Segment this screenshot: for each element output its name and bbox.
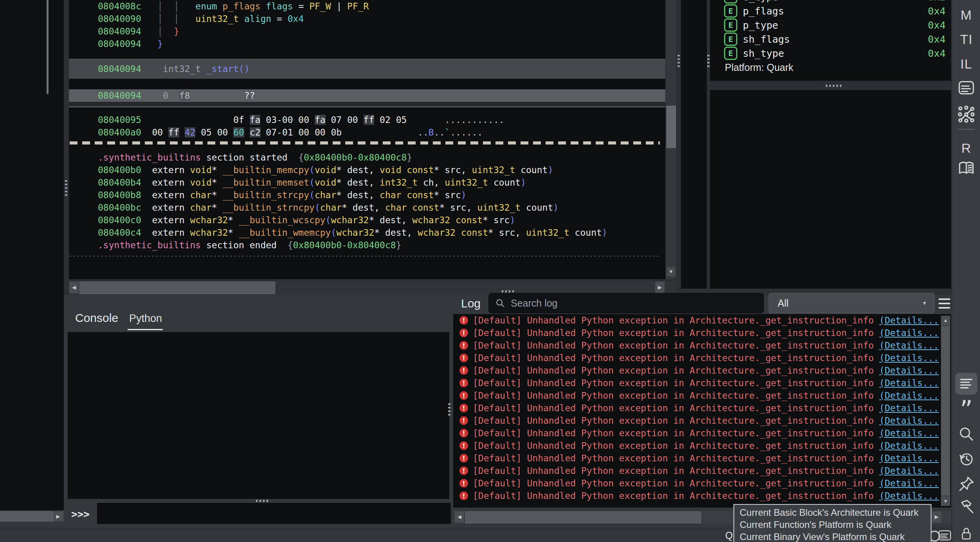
log-details-link[interactable]: (Details... [879,390,939,401]
log-filter-dropdown[interactable]: All ▼ [769,293,935,313]
disassembly-line[interactable]: .synthetic_builtins section started {0x8… [98,151,665,164]
splitter-mid-right[interactable] [707,0,710,295]
log-details-link[interactable]: (Details... [879,328,939,338]
tab-console[interactable]: Console [75,311,118,325]
console-splitter-handle-icon[interactable] [256,500,270,502]
disassembly-gap[interactable] [98,147,665,151]
linear-disassembly-view[interactable]: 0804008c │ │ enum p_flags flags = PF_W |… [69,0,665,279]
disassembly-selshadow[interactable] [69,102,665,114]
log-details-link[interactable]: (Details... [879,441,939,451]
disassembly-line[interactable]: 080400c4 extern wchar32* __builtin_wmemc… [98,226,665,239]
bottom-tab-build[interactable] [952,498,980,517]
log-menu-button[interactable] [939,298,950,309]
disassembly-dashed[interactable] [69,139,665,147]
enum-badge-icon: E [724,0,737,4]
disassembly-line[interactable]: 080400a0 00 ff 42 05 00 60 c2 07-01 00 0… [98,126,665,139]
console-output[interactable] [68,332,449,499]
log-details-link[interactable]: (Details... [879,365,939,376]
type-list-item[interactable]: Ee_type0x2 [710,0,951,4]
sidebar-tab-stack[interactable] [952,78,980,97]
disassembly-line[interactable]: 08040094 } [98,38,665,50]
status-drive-button[interactable] [938,529,952,542]
sidebar-tab-mini-graph[interactable] [952,104,980,125]
linear-view-hscroll-right-arrow-icon[interactable]: ▶ [655,282,665,293]
log-vscrollbar[interactable]: ▲ ▼ [941,316,950,506]
disassembly-line[interactable]: 0804008c │ │ enum p_flags flags = PF_W |… [98,0,665,13]
bottom-tab-tags[interactable] [952,475,980,493]
splitter-left[interactable] [64,0,69,295]
log-entry-list[interactable]: ![Default] Unhandled Python exception in… [453,314,951,508]
top-bottom-splitter-handle-icon[interactable] [502,290,516,293]
log-details-link[interactable]: (Details... [879,403,939,413]
type-list-item[interactable]: Esh_flags0x4 [710,32,951,46]
linear-view-hscroll-left-arrow-icon[interactable]: ◀ [69,282,79,293]
left-pane-hscrollbar[interactable]: ▶ [0,510,64,522]
log-vscroll-thumb[interactable] [941,326,950,495]
log-search-input[interactable] [510,297,746,309]
log-details-link[interactable]: (Details... [879,478,939,488]
disassembly-line[interactable]: 08040090 │ │ uint32_t align = 0x4 [98,13,665,25]
disassembly-line[interactable]: 080400bc extern char* __builtin_strncpy(… [98,201,665,214]
log-details-link[interactable]: (Details... [879,378,939,388]
linear-view-vscroll-down-arrow-icon[interactable]: ▼ [667,267,676,276]
log-details-link[interactable]: (Details... [879,428,939,438]
disassembly-gap[interactable] [98,79,665,89]
disassembly-line[interactable]: 080400b4 extern void* __builtin_memset(v… [98,176,665,189]
bottom-tab-find[interactable] [952,425,980,443]
left-pane-hscroll-thumb[interactable] [0,511,53,522]
disassembly-gap[interactable] [98,50,665,59]
log-details-link[interactable]: (Details... [879,340,939,350]
sidebar-tab-memory-map[interactable]: M [952,6,980,23]
linear-view-vscroll-thumb[interactable] [667,106,676,148]
disassembly-line[interactable]: 080400b8 extern char* __builtin_strcpy(c… [98,189,665,201]
types-panel-splitter-handle-icon[interactable] [826,85,841,87]
log-details-link[interactable]: (Details... [879,353,939,363]
disassembly-dotted[interactable] [69,255,665,257]
linear-view-hscroll-thumb[interactable] [79,282,275,294]
disassembly-band2[interactable]: 08040094 0 f8 ?? [69,89,665,102]
splitter-mid-left[interactable] [676,0,681,295]
disassembly-line[interactable]: 08040095 0f fa 03-00 00 fa 07 00 ff 02 0… [98,114,665,126]
disassembly-gap[interactable] [98,251,665,255]
left-pane-vscroll-thumb[interactable] [47,0,49,94]
log-hscroll-thumb[interactable] [465,511,701,523]
bottom-tab-history[interactable] [952,450,980,468]
tab-python[interactable]: Python [129,313,162,325]
splitter-mid-left-handle-icon[interactable] [677,55,680,67]
type-list-item[interactable]: Esh_type0x4 [710,46,951,60]
log-vscroll-down-arrow-icon[interactable]: ▼ [941,497,950,506]
log-details-link[interactable]: (Details... [879,491,939,501]
log-message: [Default] Unhandled Python exception in … [473,390,939,401]
disassembly-line[interactable]: 08040094 │ } [98,25,665,38]
left-pane-hscroll-right-arrow-icon[interactable]: ▶ [53,511,63,521]
disassembly-line[interactable]: 080400b0 extern void* __builtin_memcpy(v… [98,164,665,176]
disassembly-line[interactable]: 080400c0 extern wchar32* __builtin_wcscp… [98,214,665,226]
disassembly-band1[interactable]: 08040094 int32_t _start() [69,59,665,79]
log-details-link[interactable]: (Details... [879,315,939,325]
status-lock[interactable] [952,525,980,542]
type-list-item[interactable]: Ep_flags0x4 [710,4,951,18]
log-vscroll-up-arrow-icon[interactable]: ▲ [941,316,950,325]
splitter-mid-right-handle-icon[interactable] [707,55,710,67]
log-details-link[interactable]: (Details... [879,416,939,426]
types-list[interactable]: Ee_type0x2Ep_flags0x4Ep_type0x4Esh_flags… [710,0,951,81]
console-input[interactable] [97,503,451,524]
splitter-left-handle-icon[interactable] [65,180,67,196]
log-details-link[interactable]: (Details... [879,453,939,463]
sidebar-tab-type-inspector[interactable]: TI [952,31,980,48]
types-panel-splitter[interactable] [710,81,951,91]
sidebar-tab-registers[interactable]: R [952,139,980,157]
log-hscroll-left-arrow-icon[interactable]: ◀ [455,511,464,522]
linear-view-vscrollbar[interactable]: ▼ [665,0,676,279]
log-hscroll-right-arrow-icon[interactable]: ▶ [932,511,941,522]
log-details-link[interactable]: (Details... [879,466,939,476]
type-list-item[interactable]: Ep_type0x4 [710,18,951,32]
sidebar-tab-il-view[interactable]: IL [952,55,980,72]
bottom-tab-log[interactable] [955,373,977,395]
bottom-tab-strings[interactable]: ” [952,400,980,419]
disassembly-line[interactable]: .synthetic_builtins section ended {0x804… [98,239,665,251]
binary-ninja-window: { "colors":{"addr_green":"#7dd489","type… [0,0,980,542]
log-search-box[interactable] [488,293,764,313]
sidebar-tab-docs[interactable] [952,159,980,178]
console-log-splitter-handle-icon[interactable] [448,403,450,417]
